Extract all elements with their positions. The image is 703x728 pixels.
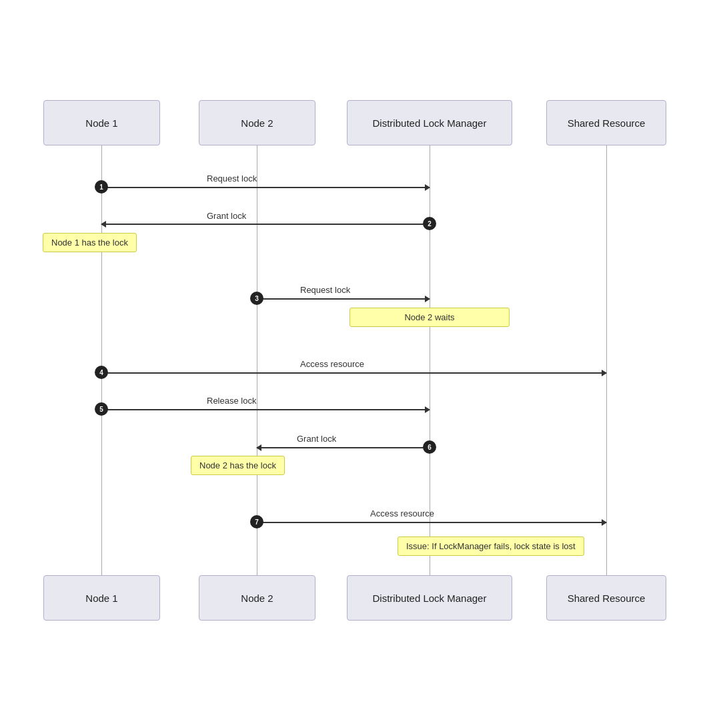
- arrow-step4: [101, 372, 606, 374]
- label-step2: Grant lock: [207, 211, 246, 221]
- step-circle-2: 2: [423, 217, 436, 230]
- arrow-step2: [101, 224, 430, 225]
- lifeline-node2: [257, 145, 257, 575]
- arrow-step6: [257, 447, 430, 448]
- lifeline-sr: [606, 145, 607, 575]
- note-node2-lock: Node 2 has the lock: [191, 456, 285, 475]
- step-circle-1: 1: [95, 180, 108, 194]
- actor-dlm-bottom: Distributed Lock Manager: [347, 575, 512, 621]
- arrow-step5: [101, 409, 430, 410]
- lifeline-node1: [101, 145, 102, 575]
- arrow-step7: [257, 522, 606, 523]
- actor-node2-bottom: Node 2: [199, 575, 315, 621]
- label-step1: Request lock: [207, 173, 257, 184]
- label-step6: Grant lock: [297, 434, 336, 444]
- label-step4: Access resource: [300, 359, 364, 369]
- step-circle-7: 7: [250, 515, 263, 528]
- actor-node2-top: Node 2: [199, 100, 315, 145]
- label-step3: Request lock: [300, 285, 350, 295]
- actor-dlm-top: Distributed Lock Manager: [347, 100, 512, 145]
- label-step7: Access resource: [370, 508, 434, 518]
- step-circle-6: 6: [423, 440, 436, 454]
- note-node1-lock: Node 1 has the lock: [43, 233, 137, 252]
- actor-sr-top: Shared Resource: [546, 100, 666, 145]
- label-step5: Release lock: [207, 396, 256, 406]
- actor-node1-top: Node 1: [43, 100, 160, 145]
- actor-sr-bottom: Shared Resource: [546, 575, 666, 621]
- step-circle-4: 4: [95, 366, 108, 379]
- note-node2-waits: Node 2 waits: [349, 308, 510, 327]
- actor-node1-bottom: Node 1: [43, 575, 160, 621]
- step-circle-3: 3: [250, 292, 263, 305]
- step-circle-5: 5: [95, 402, 108, 416]
- sequence-diagram: Node 1 Node 2 Distributed Lock Manager S…: [0, 0, 703, 728]
- issue-note: Issue: If LockManager fails, lock state …: [398, 536, 584, 556]
- arrow-step1: [101, 187, 430, 188]
- arrow-step3: [257, 298, 430, 300]
